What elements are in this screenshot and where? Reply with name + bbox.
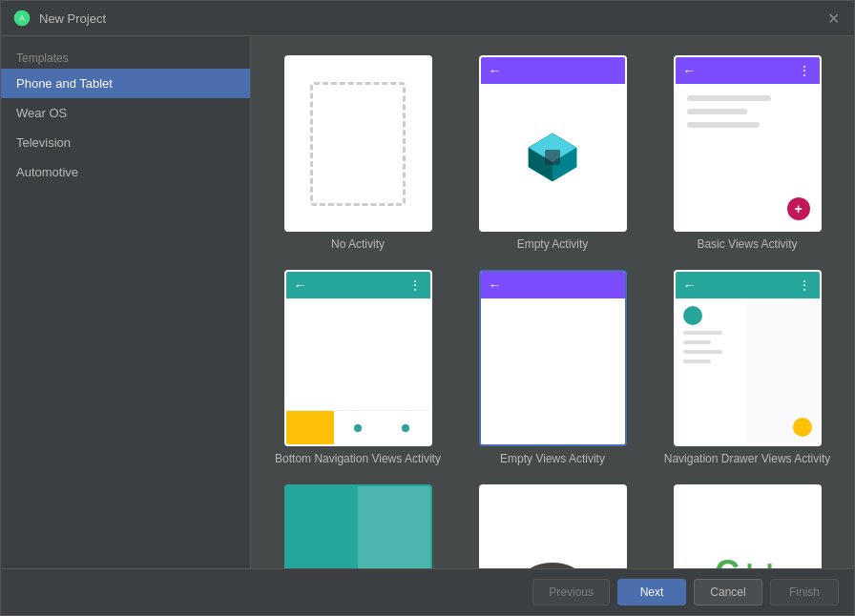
- template-responsive-activity[interactable]: Responsive Views Activity: [270, 484, 446, 568]
- close-button[interactable]: ✕: [824, 9, 843, 28]
- title-bar: A New Project ✕: [1, 1, 854, 36]
- drawer-line-4: [683, 359, 712, 363]
- template-basic-views-activity[interactable]: ← ⋮ + Basic Views Activity: [659, 55, 835, 251]
- template-preview-empty-activity: ←: [479, 55, 627, 232]
- next-button[interactable]: Next: [617, 579, 686, 606]
- menu-dots-nd: ⋮: [798, 277, 812, 293]
- template-preview-basic-views: ← ⋮ +: [674, 55, 822, 232]
- fab-yellow: [793, 418, 812, 437]
- fab-plus: +: [787, 197, 810, 220]
- new-project-dialog: A New Project ✕ Templates Phone and Tabl…: [0, 0, 855, 616]
- template-bottom-nav-activity[interactable]: ← ⋮: [270, 270, 446, 465]
- template-preview-nav-drawer: ← ⋮: [674, 270, 822, 446]
- menu-dots-basic: ⋮: [798, 63, 812, 78]
- template-label-basic-views: Basic Views Activity: [697, 237, 797, 251]
- empty-activity-header: ←: [481, 57, 625, 84]
- template-label-empty-activity: Empty Activity: [517, 237, 589, 251]
- svg-text:A: A: [19, 13, 25, 23]
- drawer-main-panel: [747, 298, 820, 444]
- bottom-nav-item-1: [286, 411, 334, 444]
- drawer-avatar: [683, 306, 702, 325]
- template-preview-responsive: [284, 484, 432, 568]
- drawer-line-2: [683, 340, 712, 344]
- cube-icon: [524, 129, 581, 186]
- back-arrow-ev: ←: [489, 277, 502, 293]
- bottom-nav-header: ← ⋮: [286, 272, 430, 298]
- svg-point-8: [524, 563, 581, 569]
- template-label-nav-drawer: Navigation Drawer Views Activity: [664, 452, 831, 465]
- cpp-container: C++: [676, 486, 820, 568]
- game-container: [481, 486, 625, 568]
- finish-button[interactable]: Finish: [770, 579, 839, 606]
- basic-views-body: +: [676, 84, 820, 230]
- sidebar-item-television[interactable]: Television: [1, 128, 250, 157]
- bottom-nav-body: [286, 298, 430, 410]
- template-preview-bottom-nav: ← ⋮: [284, 270, 432, 446]
- back-arrow-bn: ←: [294, 277, 307, 293]
- main-area: No Activity ←: [251, 36, 854, 568]
- back-arrow-nd: ←: [683, 277, 697, 293]
- sidebar: Templates Phone and Tablet Wear OS Telev…: [1, 36, 251, 568]
- nav-drawer-body: [676, 298, 820, 444]
- nav-drawer-header: ← ⋮: [676, 272, 820, 298]
- drawer-line-3: [683, 350, 723, 354]
- grid-cell-2: [358, 486, 430, 568]
- footer: Previous Next Cancel Finish: [1, 568, 854, 615]
- no-activity-dashed-box: [310, 82, 406, 206]
- template-label-empty-views: Empty Views Activity: [500, 452, 605, 465]
- template-preview-no-activity: [284, 55, 432, 232]
- cpp-text: C++: [715, 553, 780, 569]
- drawer-line-1: [683, 331, 723, 335]
- content-area: Templates Phone and Tablet Wear OS Telev…: [1, 36, 854, 568]
- bottom-nav-item-2: [334, 411, 382, 444]
- bottom-nav-bar: [286, 410, 430, 444]
- sidebar-section-label: Templates: [1, 44, 250, 69]
- template-preview-game: [479, 484, 627, 568]
- template-preview-cpp: C++: [674, 484, 822, 568]
- empty-activity-body: [481, 84, 625, 230]
- template-native-cpp[interactable]: C++ Native C++: [659, 484, 835, 568]
- svg-rect-6: [545, 150, 560, 165]
- template-no-activity[interactable]: No Activity: [270, 55, 446, 251]
- android-icon: A: [12, 9, 31, 28]
- template-nav-drawer-activity[interactable]: ← ⋮: [659, 270, 835, 465]
- menu-dots-bn: ⋮: [408, 277, 423, 293]
- bottom-nav-item-3: [382, 411, 429, 444]
- grid-cell-1: [286, 486, 359, 568]
- cancel-button[interactable]: Cancel: [694, 579, 762, 606]
- basic-views-header: ← ⋮: [676, 57, 820, 84]
- title-bar-left: A New Project: [12, 9, 106, 28]
- sidebar-item-automotive[interactable]: Automotive: [1, 157, 250, 187]
- empty-views-header: ←: [481, 272, 625, 298]
- template-game-activity[interactable]: Game Activity: [465, 484, 640, 568]
- template-preview-empty-views: ←: [479, 270, 627, 446]
- back-arrow: ←: [489, 63, 502, 78]
- grid-preview: [286, 486, 430, 568]
- template-label-no-activity: No Activity: [331, 237, 385, 251]
- drawer-panel: [676, 298, 748, 444]
- previous-button[interactable]: Previous: [532, 579, 610, 606]
- dialog-title: New Project: [39, 11, 106, 26]
- game-controller-icon: [519, 549, 586, 569]
- templates-grid: No Activity ←: [251, 36, 854, 568]
- empty-views-body: [481, 298, 625, 444]
- sidebar-item-phone-tablet[interactable]: Phone and Tablet: [1, 69, 250, 98]
- template-label-bottom-nav: Bottom Navigation Views Activity: [275, 452, 441, 465]
- template-empty-views-activity[interactable]: ← Empty Views Activity: [465, 270, 640, 465]
- template-empty-activity[interactable]: ← Empty: [465, 55, 640, 251]
- sidebar-item-wear-os[interactable]: Wear OS: [1, 98, 250, 128]
- back-arrow-basic: ←: [683, 63, 697, 78]
